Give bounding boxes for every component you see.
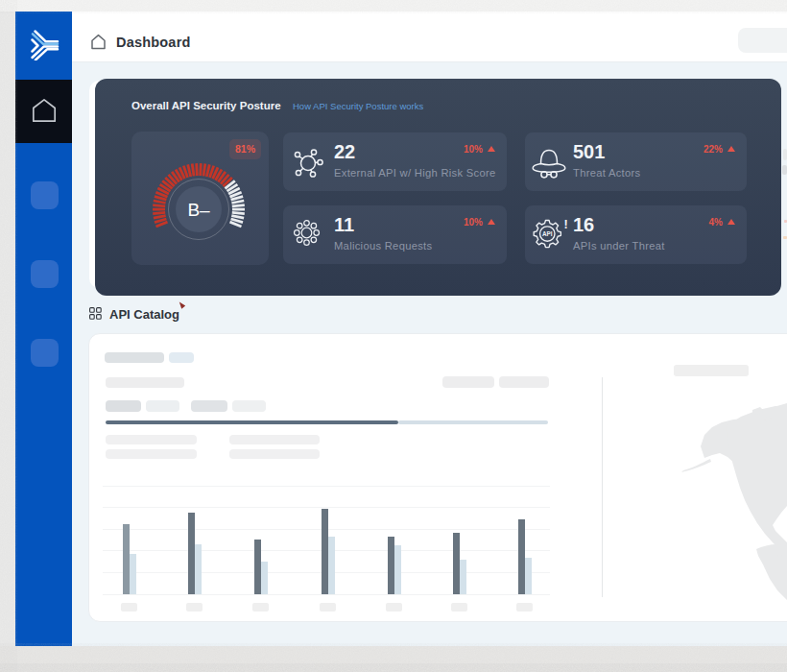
svg-text:!: ! xyxy=(564,217,568,231)
svg-text:B–: B– xyxy=(187,200,210,220)
svg-text:API: API xyxy=(542,230,553,237)
